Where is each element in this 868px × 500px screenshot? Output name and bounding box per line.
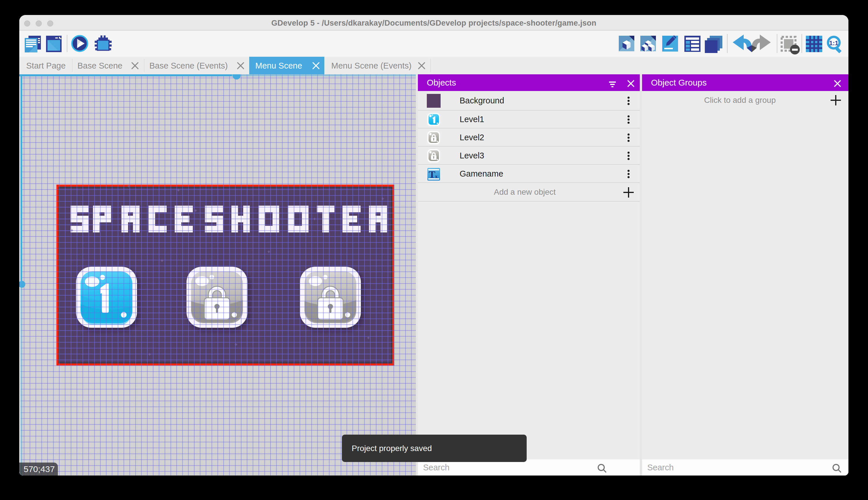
svg-text:1:1: 1:1 xyxy=(829,39,838,47)
